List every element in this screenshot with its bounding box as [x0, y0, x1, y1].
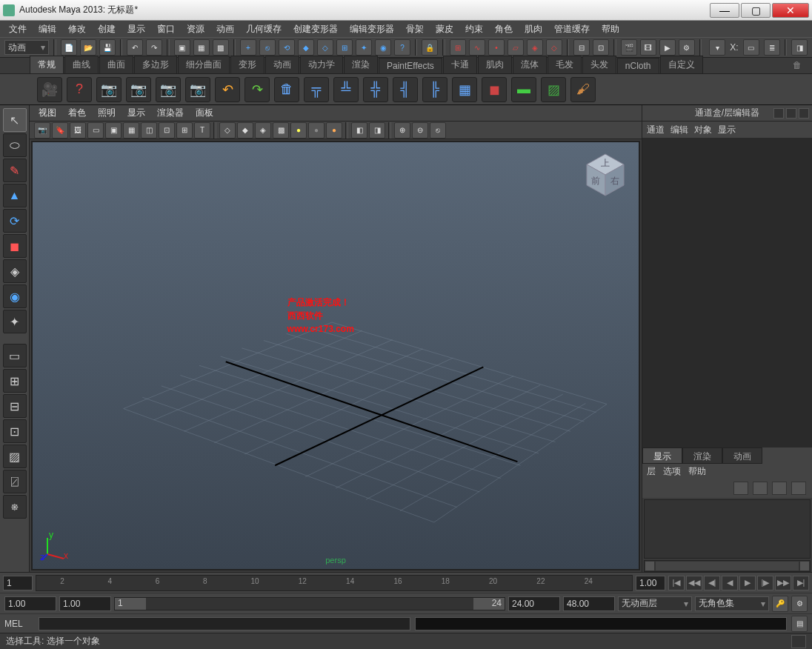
pb-2d-icon[interactable]: ▭: [87, 122, 104, 139]
shelf-trash-icon[interactable]: 🗑: [793, 60, 808, 73]
shelf-tab-toon[interactable]: 卡通: [443, 56, 477, 73]
channel-tab-show[interactable]: 显示: [718, 124, 736, 136]
status-lock-icon[interactable]: [791, 635, 806, 648]
go-end-button[interactable]: ▶|: [793, 576, 809, 590]
select-comp-icon[interactable]: ▩: [213, 39, 229, 56]
shelf-tab-subdiv[interactable]: 细分曲面: [178, 56, 230, 73]
menu-window[interactable]: 窗口: [153, 21, 179, 37]
select-obj-icon[interactable]: ▦: [193, 39, 210, 56]
menu-skeleton[interactable]: 骨架: [402, 21, 428, 37]
list-icon[interactable]: ≣: [764, 39, 780, 56]
pb-ortho-icon[interactable]: T: [194, 122, 210, 139]
move-tool[interactable]: ▲: [3, 184, 27, 207]
shelf-cam1-icon[interactable]: 📷: [96, 77, 122, 102]
shelf-tab-deform[interactable]: 变形: [230, 56, 264, 73]
open-scene-icon[interactable]: 📂: [80, 39, 96, 56]
pb-safe-icon[interactable]: ⊡: [159, 122, 175, 139]
pb-vp-icon[interactable]: ⊕: [394, 122, 410, 139]
paint-select-tool[interactable]: ✎: [3, 159, 27, 182]
x-field-icon[interactable]: ▭: [743, 39, 759, 56]
shelf-hier4-icon[interactable]: ╣: [393, 77, 418, 102]
shelf-tab-painteffects[interactable]: PaintEffects: [379, 58, 442, 73]
go-start-button[interactable]: |◀: [668, 576, 685, 590]
snap-grid-icon[interactable]: ⊞: [450, 39, 466, 56]
universal-manip-tool[interactable]: ◈: [3, 259, 27, 283]
menu-pipeline[interactable]: 管道缓存: [550, 21, 594, 37]
current-frame-start[interactable]: 1: [3, 576, 33, 590]
layer-tab-anim[interactable]: 动画: [722, 447, 762, 464]
pb-grid-icon[interactable]: ⊞: [176, 122, 193, 139]
mask-7-icon[interactable]: ✦: [356, 39, 372, 56]
layer-new-icon[interactable]: [733, 482, 748, 495]
menu-edit[interactable]: 编辑: [34, 21, 61, 37]
menu-create-deformer[interactable]: 创建变形器: [289, 21, 342, 37]
playback-end-field[interactable]: 24.00: [508, 596, 560, 611]
mask-8-icon[interactable]: ◉: [375, 39, 391, 56]
layout-script-icon[interactable]: ⎈: [3, 495, 27, 519]
new-scene-icon[interactable]: 📄: [61, 39, 77, 56]
panel-lighting[interactable]: 照明: [93, 105, 120, 121]
pb-shadow-icon[interactable]: ●: [308, 122, 325, 139]
menu-assets[interactable]: 资源: [182, 21, 209, 37]
menu-constrain[interactable]: 约束: [461, 21, 487, 37]
shelf-redo-icon[interactable]: ↷: [244, 77, 270, 102]
prev-key-button[interactable]: ◀◀: [686, 576, 702, 590]
pb-shadewire-icon[interactable]: ◈: [255, 122, 271, 139]
shelf-undo-icon[interactable]: ↶: [215, 77, 240, 102]
lock-icon[interactable]: 🔒: [422, 39, 438, 56]
shelf-tab-rendering[interactable]: 渲染: [344, 56, 378, 73]
shelf-visor-icon[interactable]: 🎥: [37, 77, 62, 102]
menu-help[interactable]: 帮助: [597, 21, 624, 37]
shelf-tab-hair[interactable]: 头发: [582, 56, 616, 73]
menu-geocache[interactable]: 几何缓存: [242, 21, 286, 37]
anim-start-field[interactable]: 1.00: [4, 596, 56, 611]
layer-add-icon[interactable]: [772, 482, 787, 495]
pb-shade-icon[interactable]: ◆: [237, 122, 253, 139]
shelf-tab-dynamics[interactable]: 动力学: [300, 56, 343, 73]
pb-vp2-icon[interactable]: ⊖: [412, 122, 428, 139]
anim-layer-combo[interactable]: 无动画层: [618, 596, 692, 611]
scroll-right-icon[interactable]: [799, 561, 810, 571]
pb-bookmark-icon[interactable]: 🔖: [52, 122, 68, 139]
shelf-tab-surfaces[interactable]: 曲面: [99, 56, 133, 73]
pb-img-icon[interactable]: 🖼: [70, 122, 86, 139]
scale-tool[interactable]: ◼: [3, 234, 27, 258]
menu-modify[interactable]: 修改: [64, 21, 90, 37]
layout-single-icon[interactable]: ▭: [3, 344, 27, 367]
shelf-cam4-icon[interactable]: 📷: [185, 77, 210, 102]
panel-panels[interactable]: 面板: [191, 105, 218, 121]
menu-file[interactable]: 文件: [4, 21, 31, 37]
shelf-tab-animation[interactable]: 动画: [265, 56, 299, 73]
channel-tab-object[interactable]: 对象: [694, 124, 712, 136]
shelf-tab-muscle[interactable]: 肌肉: [478, 56, 512, 73]
channel-tab-edit[interactable]: 编辑: [670, 124, 688, 136]
layout-four-icon[interactable]: ⊞: [3, 369, 27, 393]
layout-persp-icon[interactable]: ▨: [3, 445, 27, 468]
shelf-tab-fluids[interactable]: 流体: [513, 56, 547, 73]
pb-iso-icon[interactable]: ◧: [351, 122, 367, 139]
layer-menu-layers[interactable]: 层: [647, 465, 656, 478]
shelf-plane-icon[interactable]: ▬: [511, 77, 536, 102]
layout-graph-icon[interactable]: ⍁: [3, 470, 27, 493]
script-editor-icon[interactable]: ▤: [791, 616, 808, 632]
pb-hq-icon[interactable]: ●: [326, 122, 342, 139]
menu-muscle[interactable]: 肌肉: [520, 21, 547, 37]
select-tool[interactable]: ↖: [3, 108, 27, 132]
render-frame-icon[interactable]: 🎞: [640, 39, 656, 56]
layer-menu-options[interactable]: 选项: [663, 465, 681, 478]
menu-animate[interactable]: 动画: [212, 21, 239, 37]
mask-1-icon[interactable]: +: [240, 39, 256, 56]
rp-icon1[interactable]: [773, 108, 784, 119]
menu-display[interactable]: 显示: [123, 21, 150, 37]
show-manip-tool[interactable]: ✦: [3, 310, 27, 333]
shelf-shade-icon[interactable]: ▨: [541, 77, 566, 102]
history-on-icon[interactable]: ⊟: [573, 39, 590, 56]
mask-6-icon[interactable]: ⊞: [336, 39, 353, 56]
select-hier-icon[interactable]: ▣: [174, 39, 190, 56]
shelf-hier2-icon[interactable]: ╩: [333, 77, 359, 102]
autokey-icon[interactable]: 🔑: [772, 596, 788, 612]
save-scene-icon[interactable]: 💾: [99, 39, 116, 56]
shelf-help-icon[interactable]: ?: [67, 77, 92, 102]
panel-toggle-icon[interactable]: ◨: [791, 39, 808, 56]
panel-view[interactable]: 视图: [34, 105, 61, 121]
